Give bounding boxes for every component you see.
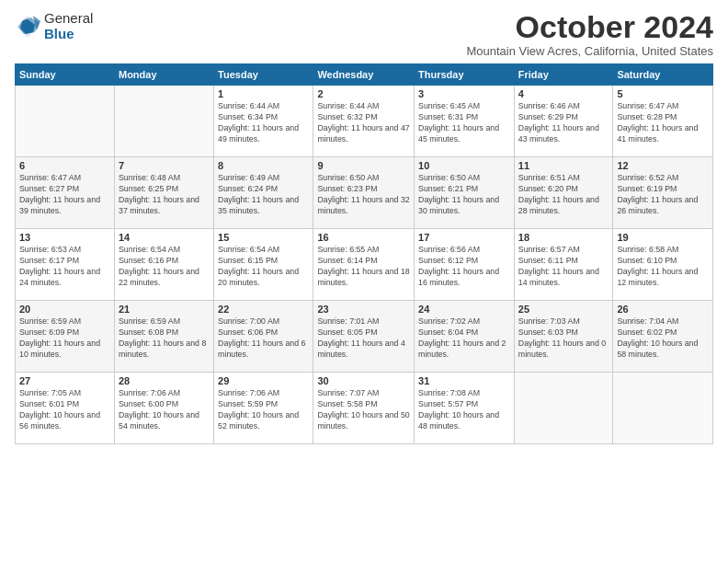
day-detail: Sunrise: 6:46 AMSunset: 6:29 PMDaylight:…	[518, 101, 609, 145]
calendar-cell: 4Sunrise: 6:46 AMSunset: 6:29 PMDaylight…	[514, 86, 613, 157]
calendar-cell: 19Sunrise: 6:58 AMSunset: 6:10 PMDayligh…	[613, 229, 713, 301]
calendar-cell: 27Sunrise: 7:05 AMSunset: 6:01 PMDayligh…	[16, 373, 115, 444]
calendar-cell: 11Sunrise: 6:51 AMSunset: 6:20 PMDayligh…	[514, 157, 613, 229]
calendar-cell: 17Sunrise: 6:56 AMSunset: 6:12 PMDayligh…	[415, 229, 515, 301]
day-detail: Sunrise: 7:02 AMSunset: 6:04 PMDaylight:…	[418, 316, 510, 361]
day-detail: Sunrise: 7:03 AMSunset: 6:03 PMDaylight:…	[518, 316, 609, 361]
calendar-cell: 26Sunrise: 7:04 AMSunset: 6:02 PMDayligh…	[613, 301, 713, 373]
calendar-week-2: 6Sunrise: 6:47 AMSunset: 6:27 PMDaylight…	[16, 157, 713, 229]
col-wednesday: Wednesday	[313, 64, 415, 86]
day-detail: Sunrise: 6:49 AMSunset: 6:24 PMDaylight:…	[218, 173, 309, 217]
calendar-header-row: Sunday Monday Tuesday Wednesday Thursday…	[16, 64, 713, 86]
day-number: 21	[119, 304, 210, 315]
calendar-cell: 6Sunrise: 6:47 AMSunset: 6:27 PMDaylight…	[16, 157, 115, 229]
day-detail: Sunrise: 6:55 AMSunset: 6:14 PMDaylight:…	[317, 245, 410, 289]
calendar-week-5: 27Sunrise: 7:05 AMSunset: 6:01 PMDayligh…	[16, 373, 713, 444]
day-number: 26	[617, 304, 709, 315]
calendar-cell	[114, 86, 213, 157]
col-friday: Friday	[514, 64, 613, 86]
calendar-cell: 8Sunrise: 6:49 AMSunset: 6:24 PMDaylight…	[214, 157, 313, 229]
day-number: 7	[119, 160, 210, 171]
day-number: 2	[317, 88, 410, 99]
calendar-cell	[16, 86, 115, 157]
day-number: 10	[418, 160, 510, 171]
day-detail: Sunrise: 7:06 AMSunset: 5:59 PMDaylight:…	[218, 388, 309, 432]
calendar-cell	[613, 373, 713, 444]
day-detail: Sunrise: 7:01 AMSunset: 6:05 PMDaylight:…	[317, 316, 410, 361]
calendar-cell: 7Sunrise: 6:48 AMSunset: 6:25 PMDaylight…	[114, 157, 213, 229]
logo-text: General Blue	[44, 11, 93, 41]
day-number: 6	[19, 160, 110, 171]
day-number: 22	[218, 304, 309, 315]
col-monday: Monday	[114, 64, 213, 86]
col-sunday: Sunday	[16, 64, 115, 86]
day-detail: Sunrise: 6:50 AMSunset: 6:23 PMDaylight:…	[317, 173, 410, 217]
day-detail: Sunrise: 7:07 AMSunset: 5:58 PMDaylight:…	[317, 388, 410, 432]
calendar-cell: 13Sunrise: 6:53 AMSunset: 6:17 PMDayligh…	[16, 229, 115, 301]
day-detail: Sunrise: 6:50 AMSunset: 6:21 PMDaylight:…	[418, 173, 510, 217]
page: General Blue October 2024 Mountain View …	[0, 0, 728, 563]
day-detail: Sunrise: 7:08 AMSunset: 5:57 PMDaylight:…	[418, 388, 510, 432]
calendar-cell: 15Sunrise: 6:54 AMSunset: 6:15 PMDayligh…	[214, 229, 313, 301]
day-detail: Sunrise: 6:44 AMSunset: 6:34 PMDaylight:…	[218, 101, 309, 145]
calendar-cell: 29Sunrise: 7:06 AMSunset: 5:59 PMDayligh…	[214, 373, 313, 444]
day-detail: Sunrise: 6:52 AMSunset: 6:19 PMDaylight:…	[617, 173, 709, 217]
day-detail: Sunrise: 6:58 AMSunset: 6:10 PMDaylight:…	[617, 245, 709, 289]
day-number: 9	[317, 160, 410, 171]
day-number: 23	[317, 304, 410, 315]
day-detail: Sunrise: 6:47 AMSunset: 6:27 PMDaylight:…	[19, 173, 110, 217]
day-detail: Sunrise: 6:47 AMSunset: 6:28 PMDaylight:…	[617, 101, 709, 145]
day-detail: Sunrise: 7:06 AMSunset: 6:00 PMDaylight:…	[119, 388, 210, 432]
calendar-cell: 1Sunrise: 6:44 AMSunset: 6:34 PMDaylight…	[214, 86, 313, 157]
day-detail: Sunrise: 7:00 AMSunset: 6:06 PMDaylight:…	[218, 316, 309, 361]
day-number: 3	[418, 88, 510, 99]
calendar-cell: 21Sunrise: 6:59 AMSunset: 6:08 PMDayligh…	[114, 301, 213, 373]
calendar-cell: 22Sunrise: 7:00 AMSunset: 6:06 PMDayligh…	[214, 301, 313, 373]
day-number: 30	[317, 375, 410, 386]
calendar-cell: 10Sunrise: 6:50 AMSunset: 6:21 PMDayligh…	[415, 157, 515, 229]
calendar-cell: 28Sunrise: 7:06 AMSunset: 6:00 PMDayligh…	[114, 373, 213, 444]
day-number: 4	[518, 88, 609, 99]
calendar-cell: 30Sunrise: 7:07 AMSunset: 5:58 PMDayligh…	[313, 373, 415, 444]
calendar-cell: 31Sunrise: 7:08 AMSunset: 5:57 PMDayligh…	[415, 373, 515, 444]
col-saturday: Saturday	[613, 64, 713, 86]
day-number: 8	[218, 160, 309, 171]
calendar-cell: 24Sunrise: 7:02 AMSunset: 6:04 PMDayligh…	[415, 301, 515, 373]
day-number: 1	[218, 88, 309, 99]
day-number: 24	[418, 304, 510, 315]
calendar-cell: 25Sunrise: 7:03 AMSunset: 6:03 PMDayligh…	[514, 301, 613, 373]
month-title: October 2024	[466, 11, 713, 42]
day-number: 16	[317, 232, 410, 243]
day-number: 14	[119, 232, 210, 243]
col-tuesday: Tuesday	[214, 64, 313, 86]
calendar-cell: 16Sunrise: 6:55 AMSunset: 6:14 PMDayligh…	[313, 229, 415, 301]
calendar: Sunday Monday Tuesday Wednesday Thursday…	[15, 63, 713, 444]
calendar-cell: 2Sunrise: 6:44 AMSunset: 6:32 PMDaylight…	[313, 86, 415, 157]
day-number: 17	[418, 232, 510, 243]
day-detail: Sunrise: 7:05 AMSunset: 6:01 PMDaylight:…	[19, 388, 110, 432]
day-number: 19	[617, 232, 709, 243]
calendar-cell: 5Sunrise: 6:47 AMSunset: 6:28 PMDaylight…	[613, 86, 713, 157]
day-detail: Sunrise: 6:51 AMSunset: 6:20 PMDaylight:…	[518, 173, 609, 217]
logo-line1: General	[44, 11, 93, 27]
day-number: 31	[418, 375, 510, 386]
day-detail: Sunrise: 6:53 AMSunset: 6:17 PMDaylight:…	[19, 245, 110, 289]
calendar-cell: 12Sunrise: 6:52 AMSunset: 6:19 PMDayligh…	[613, 157, 713, 229]
calendar-week-4: 20Sunrise: 6:59 AMSunset: 6:09 PMDayligh…	[16, 301, 713, 373]
col-thursday: Thursday	[415, 64, 515, 86]
day-detail: Sunrise: 6:56 AMSunset: 6:12 PMDaylight:…	[418, 245, 510, 289]
calendar-cell: 14Sunrise: 6:54 AMSunset: 6:16 PMDayligh…	[114, 229, 213, 301]
calendar-cell: 20Sunrise: 6:59 AMSunset: 6:09 PMDayligh…	[16, 301, 115, 373]
logo-line2: Blue	[44, 27, 93, 42]
day-detail: Sunrise: 6:59 AMSunset: 6:08 PMDaylight:…	[119, 316, 210, 361]
logo: General Blue	[15, 11, 93, 41]
day-number: 13	[19, 232, 110, 243]
day-detail: Sunrise: 6:44 AMSunset: 6:32 PMDaylight:…	[317, 101, 410, 145]
day-detail: Sunrise: 6:57 AMSunset: 6:11 PMDaylight:…	[518, 245, 609, 289]
day-detail: Sunrise: 7:04 AMSunset: 6:02 PMDaylight:…	[617, 316, 709, 361]
title-block: October 2024 Mountain View Acres, Califo…	[466, 11, 713, 58]
day-detail: Sunrise: 6:54 AMSunset: 6:15 PMDaylight:…	[218, 245, 309, 289]
day-number: 18	[518, 232, 609, 243]
day-detail: Sunrise: 6:59 AMSunset: 6:09 PMDaylight:…	[19, 316, 110, 361]
day-number: 11	[518, 160, 609, 171]
